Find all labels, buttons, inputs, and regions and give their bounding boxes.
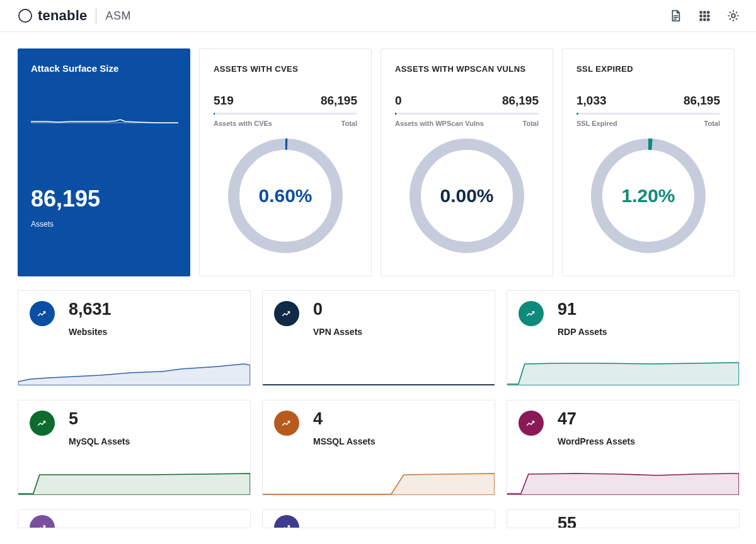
card-wordpress-assets[interactable]: 47 WordPress Assets xyxy=(507,400,740,496)
metric-sparkline xyxy=(507,356,739,385)
metric-row-2: 5 MySQL Assets 4 MSSQL Assets xyxy=(18,400,738,496)
asset-count-label: Assets xyxy=(31,220,177,229)
card-websites[interactable]: 8,631 Websites xyxy=(18,290,251,386)
metric-sparkline xyxy=(263,466,495,495)
svg-rect-5 xyxy=(700,14,702,17)
card-vpn-assets[interactable]: 0 VPN Assets xyxy=(262,290,495,386)
vertical-divider xyxy=(96,8,96,24)
gauge-sub-right: Total xyxy=(341,120,357,127)
brand-logo[interactable]: tenable xyxy=(18,8,87,24)
gauge-sub-left: Assets with CVEs xyxy=(214,120,272,127)
metric-label: Websites xyxy=(69,327,112,337)
svg-rect-6 xyxy=(703,14,706,17)
chart-line-icon xyxy=(274,301,299,326)
donut-chart: 0.00% xyxy=(408,137,525,254)
metric-sparkline xyxy=(263,356,495,385)
card-peek-2[interactable] xyxy=(262,509,495,528)
card-title: Attack Surface Size xyxy=(31,63,177,74)
metric-sparkline xyxy=(507,466,739,495)
gauge-sub-right: Total xyxy=(704,120,720,127)
card-attack-surface-size[interactable]: Attack Surface Size 86,195 Assets xyxy=(18,48,190,276)
metric-value: 55 xyxy=(558,515,576,528)
kpi-row: Attack Surface Size 86,195 Assets ASSETS… xyxy=(18,48,738,276)
metric-row-3-peek: 55 xyxy=(18,509,738,528)
metric-label: MySQL Assets xyxy=(69,436,130,446)
chart-line-icon xyxy=(518,411,544,436)
chart-line-icon xyxy=(274,411,299,436)
donut-percent: 1.20% xyxy=(590,137,707,254)
metric-value: 91 xyxy=(558,301,607,318)
svg-rect-9 xyxy=(703,18,706,21)
progress-bar xyxy=(395,113,539,115)
chart-line-icon xyxy=(30,411,55,436)
gauge-title: SSL EXPIRED xyxy=(576,64,720,74)
metric-row-1: 8,631 Websites 0 VPN Assets 91 xyxy=(18,290,738,386)
report-icon[interactable] xyxy=(668,8,683,23)
card-assets-with-wpscan-vulns[interactable]: ASSETS WITH WPSCAN VULNS 0 86,195 Assets… xyxy=(381,48,553,276)
brand-wordmark: tenable xyxy=(38,8,87,24)
metric-label: MSSQL Assets xyxy=(313,436,375,446)
metric-value: 0 xyxy=(313,301,362,318)
progress-bar xyxy=(214,113,357,115)
attack-surface-sparkline xyxy=(31,109,177,137)
card-ssl-expired[interactable]: SSL EXPIRED 1,033 86,195 SSL Expired Tot… xyxy=(562,48,735,276)
svg-rect-4 xyxy=(707,11,709,14)
chart-line-icon xyxy=(518,301,544,326)
svg-rect-7 xyxy=(707,14,709,17)
donut-percent: 0.60% xyxy=(227,137,344,254)
chart-line-icon xyxy=(274,515,299,528)
metric-value: 5 xyxy=(69,411,130,428)
gauge-total: 86,195 xyxy=(502,94,539,108)
chart-line-icon xyxy=(30,301,55,326)
svg-rect-10 xyxy=(707,18,709,21)
svg-rect-2 xyxy=(700,11,702,14)
svg-point-11 xyxy=(731,14,735,18)
card-mssql-assets[interactable]: 4 MSSQL Assets xyxy=(262,400,495,496)
card-peek-1[interactable] xyxy=(18,509,251,528)
gauge-value: 519 xyxy=(214,94,234,108)
asset-count: 86,195 xyxy=(31,186,177,212)
gauge-sub-right: Total xyxy=(523,120,539,127)
gauge-sub-left: SSL Expired xyxy=(576,120,617,127)
dashboard: Attack Surface Size 86,195 Assets ASSETS… xyxy=(0,32,756,528)
svg-rect-8 xyxy=(700,18,702,21)
donut-chart: 0.60% xyxy=(227,137,344,254)
donut-percent: 0.00% xyxy=(408,137,525,254)
card-peek-3[interactable]: 55 xyxy=(507,509,740,528)
card-mysql-assets[interactable]: 5 MySQL Assets xyxy=(18,400,251,496)
gauge-value: 1,033 xyxy=(576,94,607,108)
gauge-sub-left: Assets with WPScan Vulns xyxy=(395,120,484,127)
metric-label: RDP Assets xyxy=(558,327,607,337)
metric-label: VPN Assets xyxy=(313,327,362,337)
tenable-mark-icon xyxy=(18,8,33,23)
card-rdp-assets[interactable]: 91 RDP Assets xyxy=(507,290,740,386)
app-name: ASM xyxy=(105,9,131,23)
apps-grid-icon[interactable] xyxy=(697,8,712,23)
topbar: tenable ASM xyxy=(0,0,756,32)
chart-line-icon xyxy=(30,515,55,528)
metric-value: 8,631 xyxy=(69,301,112,318)
gauge-value: 0 xyxy=(395,94,402,108)
progress-bar xyxy=(576,113,720,115)
svg-rect-3 xyxy=(703,11,706,14)
gauge-title: ASSETS WITH CVES xyxy=(214,64,357,74)
metric-label: WordPress Assets xyxy=(558,436,635,446)
gauge-title: ASSETS WITH WPSCAN VULNS xyxy=(395,64,539,74)
metric-value: 4 xyxy=(313,411,375,428)
gauge-total: 86,195 xyxy=(684,94,720,108)
metric-sparkline xyxy=(18,356,250,385)
gauge-total: 86,195 xyxy=(321,94,357,108)
settings-gear-icon[interactable] xyxy=(726,8,741,23)
card-assets-with-cves[interactable]: ASSETS WITH CVES 519 86,195 Assets with … xyxy=(199,48,372,276)
metric-sparkline xyxy=(18,466,250,495)
metric-value: 47 xyxy=(558,411,635,428)
topbar-actions xyxy=(668,8,741,23)
donut-chart: 1.20% xyxy=(590,137,707,254)
